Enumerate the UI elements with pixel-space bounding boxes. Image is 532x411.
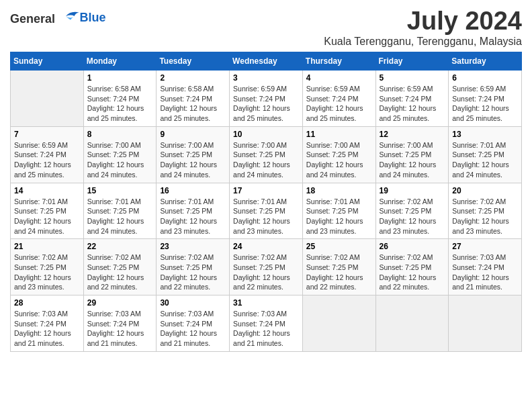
calendar-cell: 10Sunrise: 7:00 AM Sunset: 7:25 PM Dayli…: [230, 126, 303, 183]
calendar-cell: 31Sunrise: 7:03 AM Sunset: 7:24 PM Dayli…: [230, 295, 303, 352]
calendar-cell: 26Sunrise: 7:02 AM Sunset: 7:25 PM Dayli…: [375, 239, 449, 295]
day-info: Sunrise: 7:02 AM Sunset: 7:25 PM Dayligh…: [380, 253, 445, 292]
calendar-cell: 15Sunrise: 7:01 AM Sunset: 7:25 PM Dayli…: [83, 183, 157, 239]
day-info: Sunrise: 6:58 AM Sunset: 7:24 PM Dayligh…: [87, 84, 153, 124]
calendar-cell: 25Sunrise: 7:02 AM Sunset: 7:25 PM Dayli…: [302, 239, 375, 295]
calendar-cell: 16Sunrise: 7:01 AM Sunset: 7:25 PM Dayli…: [157, 183, 230, 239]
day-info: Sunrise: 7:00 AM Sunset: 7:25 PM Dayligh…: [306, 140, 372, 180]
calendar-cell: 21Sunrise: 7:02 AM Sunset: 7:25 PM Dayli…: [11, 239, 84, 295]
calendar-cell: 8Sunrise: 7:00 AM Sunset: 7:25 PM Daylig…: [83, 126, 157, 183]
calendar-table: SundayMondayTuesdayWednesdayThursdayFrid…: [10, 52, 522, 352]
calendar-header-row: SundayMondayTuesdayWednesdayThursdayFrid…: [11, 52, 522, 71]
day-number: 3: [233, 73, 299, 83]
day-info: Sunrise: 7:02 AM Sunset: 7:25 PM Dayligh…: [380, 197, 445, 236]
day-header-thursday: Thursday: [302, 52, 375, 71]
day-info: Sunrise: 6:59 AM Sunset: 7:24 PM Dayligh…: [14, 140, 80, 180]
logo-blue-text: Blue: [80, 11, 106, 25]
day-info: Sunrise: 7:03 AM Sunset: 7:24 PM Dayligh…: [452, 253, 518, 292]
calendar-cell: 23Sunrise: 7:02 AM Sunset: 7:25 PM Dayli…: [157, 239, 230, 295]
calendar-cell: 22Sunrise: 7:02 AM Sunset: 7:25 PM Dayli…: [83, 239, 157, 295]
day-info: Sunrise: 6:59 AM Sunset: 7:24 PM Dayligh…: [306, 84, 372, 124]
day-info: Sunrise: 7:02 AM Sunset: 7:25 PM Dayligh…: [87, 253, 153, 292]
calendar-week-row: 28Sunrise: 7:03 AM Sunset: 7:24 PM Dayli…: [11, 295, 522, 352]
calendar-cell: [11, 71, 84, 127]
day-number: 16: [160, 186, 226, 195]
day-header-saturday: Saturday: [449, 52, 522, 71]
day-number: 27: [452, 242, 518, 251]
calendar-cell: [449, 295, 522, 352]
calendar-cell: 24Sunrise: 7:02 AM Sunset: 7:25 PM Dayli…: [230, 239, 303, 295]
calendar-cell: 7Sunrise: 6:59 AM Sunset: 7:24 PM Daylig…: [11, 126, 84, 183]
day-info: Sunrise: 7:00 AM Sunset: 7:25 PM Dayligh…: [160, 140, 226, 180]
day-number: 17: [233, 186, 299, 195]
calendar-cell: 4Sunrise: 6:59 AM Sunset: 7:24 PM Daylig…: [302, 71, 375, 127]
day-info: Sunrise: 6:58 AM Sunset: 7:24 PM Dayligh…: [160, 84, 226, 124]
calendar-cell: 6Sunrise: 6:59 AM Sunset: 7:24 PM Daylig…: [449, 71, 522, 127]
calendar-cell: 30Sunrise: 7:03 AM Sunset: 7:24 PM Dayli…: [157, 295, 230, 352]
day-info: Sunrise: 7:00 AM Sunset: 7:25 PM Dayligh…: [87, 140, 153, 180]
day-header-monday: Monday: [83, 52, 157, 71]
day-number: 6: [452, 73, 518, 83]
day-number: 5: [380, 73, 445, 83]
day-number: 21: [14, 242, 80, 251]
day-number: 13: [452, 130, 518, 139]
day-info: Sunrise: 7:02 AM Sunset: 7:25 PM Dayligh…: [233, 253, 299, 292]
day-info: Sunrise: 7:03 AM Sunset: 7:24 PM Dayligh…: [233, 309, 299, 349]
day-number: 12: [380, 130, 445, 139]
day-info: Sunrise: 7:01 AM Sunset: 7:25 PM Dayligh…: [452, 140, 518, 180]
day-number: 19: [380, 186, 445, 195]
day-number: 20: [452, 186, 518, 195]
day-info: Sunrise: 7:01 AM Sunset: 7:25 PM Dayligh…: [14, 197, 80, 236]
calendar-cell: [302, 295, 375, 352]
day-number: 8: [87, 130, 153, 139]
day-info: Sunrise: 7:03 AM Sunset: 7:24 PM Dayligh…: [160, 309, 226, 349]
day-info: Sunrise: 6:59 AM Sunset: 7:24 PM Dayligh…: [380, 84, 445, 124]
day-number: 26: [380, 242, 445, 251]
day-info: Sunrise: 7:02 AM Sunset: 7:25 PM Dayligh…: [306, 253, 372, 292]
logo: General Blue: [10, 7, 106, 26]
day-info: Sunrise: 7:01 AM Sunset: 7:25 PM Dayligh…: [306, 197, 372, 236]
day-info: Sunrise: 7:01 AM Sunset: 7:25 PM Dayligh…: [87, 197, 153, 236]
calendar-week-row: 7Sunrise: 6:59 AM Sunset: 7:24 PM Daylig…: [11, 126, 522, 183]
day-info: Sunrise: 7:01 AM Sunset: 7:25 PM Dayligh…: [160, 197, 226, 236]
day-number: 23: [160, 242, 226, 251]
day-info: Sunrise: 6:59 AM Sunset: 7:24 PM Dayligh…: [452, 84, 518, 124]
day-number: 14: [14, 186, 80, 195]
day-number: 24: [233, 242, 299, 251]
calendar-cell: 27Sunrise: 7:03 AM Sunset: 7:24 PM Dayli…: [449, 239, 522, 295]
title-section: July 2024 Kuala Terengganu, Terengganu, …: [324, 7, 522, 48]
page-header: General Blue July 2024 Kuala Terengganu,…: [10, 7, 522, 48]
day-number: 1: [87, 73, 153, 83]
day-number: 11: [306, 130, 372, 139]
calendar-cell: 3Sunrise: 6:59 AM Sunset: 7:24 PM Daylig…: [230, 71, 303, 127]
location-title: Kuala Terengganu, Terengganu, Malaysia: [324, 36, 522, 48]
day-header-tuesday: Tuesday: [157, 52, 230, 71]
day-info: Sunrise: 7:02 AM Sunset: 7:25 PM Dayligh…: [160, 253, 226, 292]
day-info: Sunrise: 6:59 AM Sunset: 7:24 PM Dayligh…: [233, 84, 299, 124]
day-number: 7: [14, 130, 80, 139]
calendar-cell: 14Sunrise: 7:01 AM Sunset: 7:25 PM Dayli…: [11, 183, 84, 239]
day-number: 15: [87, 186, 153, 195]
calendar-cell: 13Sunrise: 7:01 AM Sunset: 7:25 PM Dayli…: [449, 126, 522, 183]
day-header-wednesday: Wednesday: [230, 52, 303, 71]
day-number: 18: [306, 186, 372, 195]
calendar-cell: 29Sunrise: 7:03 AM Sunset: 7:24 PM Dayli…: [83, 295, 157, 352]
day-header-friday: Friday: [375, 52, 449, 71]
day-number: 29: [87, 298, 153, 308]
day-header-sunday: Sunday: [11, 52, 84, 71]
day-number: 9: [160, 130, 226, 139]
calendar-cell: 18Sunrise: 7:01 AM Sunset: 7:25 PM Dayli…: [302, 183, 375, 239]
calendar-cell: 9Sunrise: 7:00 AM Sunset: 7:25 PM Daylig…: [157, 126, 230, 183]
day-number: 4: [306, 73, 372, 83]
day-info: Sunrise: 7:00 AM Sunset: 7:25 PM Dayligh…: [233, 140, 299, 180]
day-number: 10: [233, 130, 299, 139]
calendar-cell: 12Sunrise: 7:00 AM Sunset: 7:25 PM Dayli…: [375, 126, 449, 183]
calendar-cell: 28Sunrise: 7:03 AM Sunset: 7:24 PM Dayli…: [11, 295, 84, 352]
calendar-cell: 5Sunrise: 6:59 AM Sunset: 7:24 PM Daylig…: [375, 71, 449, 127]
calendar-cell: 11Sunrise: 7:00 AM Sunset: 7:25 PM Dayli…: [302, 126, 375, 183]
day-info: Sunrise: 7:03 AM Sunset: 7:24 PM Dayligh…: [87, 309, 153, 349]
day-info: Sunrise: 7:02 AM Sunset: 7:25 PM Dayligh…: [14, 253, 80, 292]
day-info: Sunrise: 7:02 AM Sunset: 7:25 PM Dayligh…: [452, 197, 518, 236]
calendar-cell: 1Sunrise: 6:58 AM Sunset: 7:24 PM Daylig…: [83, 71, 157, 127]
logo-bird-icon: [61, 9, 80, 23]
